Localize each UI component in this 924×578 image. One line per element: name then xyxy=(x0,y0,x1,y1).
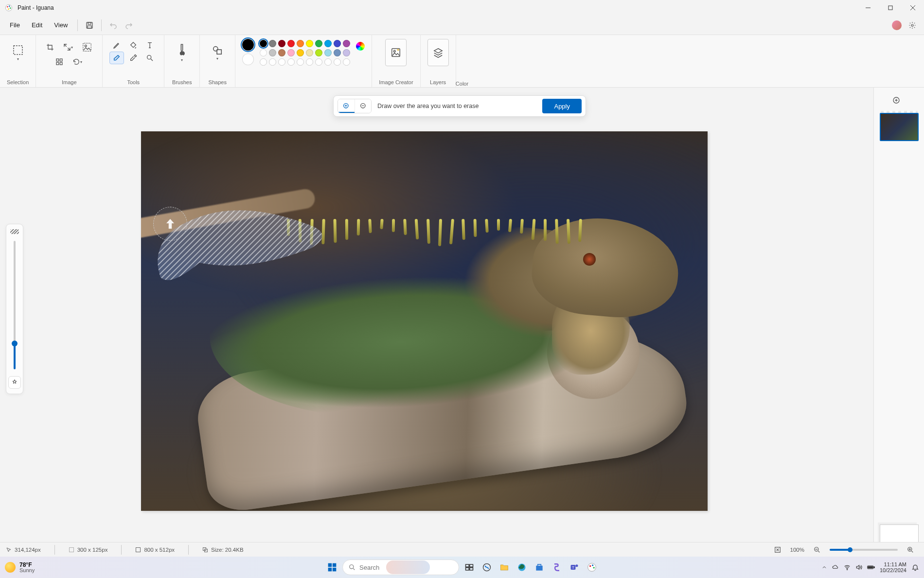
custom-color-slot[interactable] xyxy=(334,58,341,66)
custom-color-slot[interactable] xyxy=(287,58,295,66)
weather-temp: 78°F xyxy=(19,562,35,568)
copilot-icon[interactable] xyxy=(480,560,494,575)
color-swatch[interactable] xyxy=(278,49,285,56)
canvas[interactable] xyxy=(141,131,708,511)
custom-color-slot[interactable] xyxy=(297,58,304,66)
edit-colors-button[interactable] xyxy=(356,42,365,51)
tray-battery-icon[interactable] xyxy=(867,564,875,571)
brush-options-button[interactable] xyxy=(8,376,21,389)
shapes-dropdown[interactable]: ▾ xyxy=(207,39,228,66)
color-swatch[interactable] xyxy=(334,40,341,47)
resize-button[interactable]: ▾ xyxy=(59,41,77,54)
save-button[interactable] xyxy=(82,18,97,33)
canvas-area[interactable] xyxy=(0,88,873,557)
svg-rect-6 xyxy=(888,6,892,10)
zoom-out-button[interactable] xyxy=(809,542,825,558)
fill-tool[interactable] xyxy=(126,39,141,52)
color-swatch[interactable] xyxy=(324,49,332,56)
undo-button[interactable] xyxy=(106,18,121,33)
tray-onedrive-icon[interactable] xyxy=(832,564,839,571)
text-tool[interactable] xyxy=(142,39,157,52)
paint-taskbar-icon[interactable] xyxy=(585,560,599,575)
user-avatar[interactable] xyxy=(892,20,902,30)
color-swatch[interactable] xyxy=(287,49,295,56)
taskbar-search[interactable]: Search xyxy=(342,560,459,575)
brushes-dropdown[interactable]: ▾ xyxy=(171,39,193,66)
color-swatch[interactable] xyxy=(278,40,285,47)
tray-volume-icon[interactable] xyxy=(855,564,862,571)
color-swatch[interactable] xyxy=(260,40,267,47)
color-swatch[interactable] xyxy=(315,49,322,56)
pencil-tool[interactable] xyxy=(109,39,124,52)
zoom-in-button[interactable] xyxy=(903,542,918,558)
color-swatch[interactable] xyxy=(269,40,276,47)
add-to-selection-button[interactable] xyxy=(338,99,355,113)
add-layer-button[interactable] xyxy=(892,93,906,107)
color-swatch[interactable] xyxy=(306,40,313,47)
minimize-button[interactable] xyxy=(857,0,879,16)
custom-color-slot[interactable] xyxy=(260,58,267,66)
maximize-button[interactable] xyxy=(879,0,902,16)
custom-color-slot[interactable] xyxy=(315,58,322,66)
color-swatch[interactable] xyxy=(343,40,350,47)
close-button[interactable] xyxy=(902,0,924,16)
remove-from-selection-button[interactable] xyxy=(355,99,371,113)
primary-color[interactable] xyxy=(242,39,254,51)
svg-point-1 xyxy=(7,6,8,8)
custom-color-slot[interactable] xyxy=(278,58,285,66)
menu-view[interactable]: View xyxy=(48,18,73,32)
custom-color-slot[interactable] xyxy=(269,58,276,66)
copilot-app-icon[interactable] xyxy=(550,560,564,575)
select-all-button[interactable] xyxy=(52,55,67,68)
custom-color-slot[interactable] xyxy=(343,58,350,66)
taskbar-weather[interactable]: 78°F Sunny xyxy=(5,562,35,573)
edge-icon[interactable] xyxy=(515,560,529,575)
teams-icon[interactable]: T xyxy=(567,560,582,575)
fit-to-window-button[interactable] xyxy=(770,542,785,558)
color-picker-tool[interactable] xyxy=(126,52,141,64)
color-swatch[interactable] xyxy=(343,49,350,56)
layer-thumbnail-1[interactable] xyxy=(880,113,919,141)
secondary-color[interactable] xyxy=(242,54,254,65)
settings-button[interactable] xyxy=(905,18,920,33)
magnifier-tool[interactable] xyxy=(142,52,157,64)
eraser-tool[interactable] xyxy=(109,52,124,64)
svg-rect-58 xyxy=(868,566,873,568)
taskbar-clock[interactable]: 11:11 AM 10/22/2024 xyxy=(880,561,906,573)
color-swatch[interactable] xyxy=(297,49,304,56)
start-button[interactable] xyxy=(325,560,339,575)
menu-file[interactable]: File xyxy=(4,18,26,32)
redo-button[interactable] xyxy=(121,18,137,33)
slider-thumb[interactable] xyxy=(12,341,18,346)
image-creator-button[interactable] xyxy=(385,39,407,66)
svg-rect-10 xyxy=(88,22,91,24)
store-icon[interactable] xyxy=(532,560,547,575)
custom-color-slot[interactable] xyxy=(306,58,313,66)
tray-chevron-icon[interactable] xyxy=(821,564,827,570)
color-swatch[interactable] xyxy=(334,49,341,56)
task-view-icon[interactable] xyxy=(462,560,477,575)
selection-tool[interactable]: ▾ xyxy=(7,39,29,66)
rotate-button[interactable]: ▾ xyxy=(69,55,86,68)
color-swatch[interactable] xyxy=(260,49,267,56)
remove-background-button[interactable] xyxy=(79,39,95,55)
svg-rect-40 xyxy=(333,568,337,572)
color-swatch[interactable] xyxy=(324,40,332,47)
explorer-icon[interactable] xyxy=(497,560,512,575)
crop-button[interactable] xyxy=(43,41,57,54)
color-swatch[interactable] xyxy=(287,40,295,47)
layers-button[interactable] xyxy=(427,39,449,66)
brush-size-slider[interactable] xyxy=(14,241,16,369)
color-swatch[interactable] xyxy=(315,40,322,47)
notifications-icon[interactable] xyxy=(911,563,919,571)
color-swatch[interactable] xyxy=(297,40,304,47)
taskbar: 78°F Sunny Search T 11:11 AM 10/22/2024 xyxy=(0,557,924,578)
apply-button[interactable]: Apply xyxy=(542,99,582,113)
color-swatch[interactable] xyxy=(306,49,313,56)
color-swatch[interactable] xyxy=(269,49,276,56)
custom-color-slot[interactable] xyxy=(324,58,332,66)
svg-rect-30 xyxy=(69,547,73,552)
menu-edit[interactable]: Edit xyxy=(26,18,48,32)
tray-wifi-icon[interactable] xyxy=(844,564,851,571)
zoom-slider[interactable] xyxy=(830,549,898,551)
